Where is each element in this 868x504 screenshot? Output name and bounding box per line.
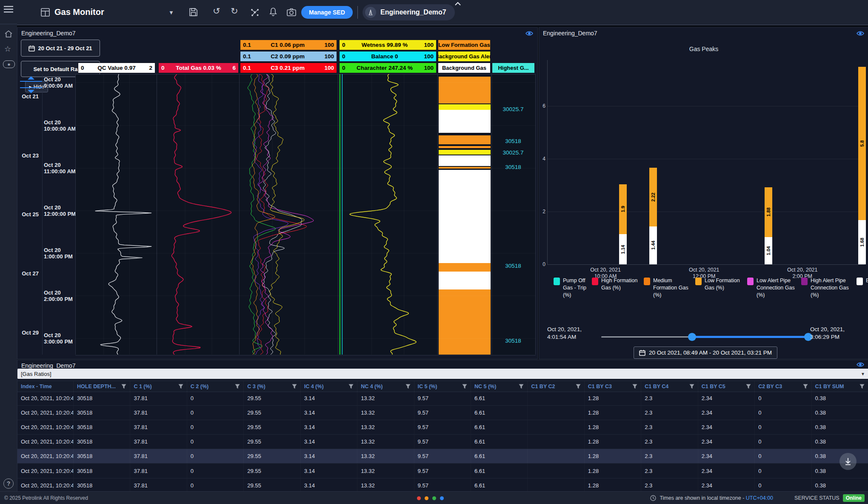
chart-panel-link-eye-icon[interactable] (857, 31, 864, 36)
select-chevron-icon: ▼ (861, 372, 865, 376)
gas-peaks-plot[interactable] (547, 60, 865, 265)
column-header[interactable]: C 1 (%) (130, 381, 187, 392)
column-header[interactable]: C2 BY C3 (755, 381, 811, 392)
filter-funnel-icon[interactable] (746, 384, 751, 389)
legend-item[interactable]: Low Formation Gas (%) (695, 277, 742, 292)
table-row[interactable]: Oct 20, 2021, 10:20:43051837.81029.553.1… (17, 420, 868, 435)
service-status-badge: Online (843, 494, 865, 502)
table-cell: 0 (755, 420, 811, 434)
column-header[interactable]: C 2 (%) (187, 381, 244, 392)
manage-sed-button[interactable]: Manage SED (301, 6, 353, 19)
column-header[interactable]: C1 BY C5 (698, 381, 755, 392)
table-row[interactable]: Oct 20, 2021, 10:20:43051837.81029.553.1… (17, 478, 868, 493)
legend-label: High Formation Gas (%) (601, 277, 639, 292)
column-header[interactable]: C1 BY SUM (812, 381, 868, 392)
column-header[interactable]: NC 5 (%) (471, 381, 528, 392)
table-row[interactable]: Oct 20, 2021, 10:20:43051837.81029.553.1… (17, 449, 868, 464)
table-cell: 30518 (74, 478, 130, 493)
dataset-select[interactable]: [Gas Ratios] ▼ (17, 369, 868, 379)
time-tick: Oct 203:00:00 PM (44, 332, 76, 345)
column-header-background-gas[interactable]: Background Gas (438, 63, 491, 73)
range-down-arrow-icon[interactable] (28, 90, 34, 93)
legend-item[interactable]: Pump Off Gas - Trip (%) (554, 277, 588, 299)
filter-funnel-icon[interactable] (519, 384, 524, 389)
home-icon[interactable] (4, 30, 13, 38)
undo-icon[interactable]: ↺ (213, 6, 220, 16)
dashboard-dropdown-caret[interactable]: ▼ (168, 9, 174, 16)
column-header[interactable]: Index - Time (17, 381, 74, 392)
column-header[interactable]: IC 5 (%) (414, 381, 471, 392)
track-header-c2[interactable]: 0.1C2 0.09 ppm100 (240, 51, 337, 62)
status-dot[interactable] (432, 496, 436, 500)
table-panel-link-eye-icon[interactable] (857, 362, 864, 367)
filter-funnel-icon[interactable] (632, 384, 637, 389)
table-cell: 0 (187, 406, 244, 420)
slider-selected-range[interactable] (692, 336, 808, 338)
log-curves (75, 74, 536, 355)
column-header[interactable]: C1 BY C2 (528, 381, 584, 392)
table-row[interactable]: Oct 20, 2021, 10:20:43051837.81029.553.1… (17, 435, 868, 449)
column-header[interactable]: HOLE DEPTH... (74, 381, 130, 392)
status-dot[interactable] (440, 496, 444, 500)
filter-funnel-icon[interactable] (859, 384, 865, 389)
table-cell: 13.32 (357, 464, 414, 478)
table-cell: 0 (187, 478, 244, 493)
workspace-tab[interactable]: Engineering_Demo7 (363, 4, 455, 20)
column-header[interactable]: NC 4 (%) (357, 381, 414, 392)
status-dot[interactable] (425, 496, 428, 500)
filter-funnel-icon[interactable] (576, 384, 581, 389)
collapse-tab-chevron-icon[interactable] (454, 2, 461, 6)
table-cell: 30518 (74, 406, 130, 420)
filter-funnel-icon[interactable] (405, 384, 411, 389)
legend-item[interactable]: Low Alert Pipe Connection Gas (%) (747, 277, 797, 299)
track-header-total-gas[interactable]: 0Total Gas 0.03 %6 (158, 63, 239, 73)
filter-funnel-icon[interactable] (462, 384, 467, 389)
filter-funnel-icon[interactable] (235, 384, 240, 389)
legend-item[interactable]: High Formation Gas (%) (592, 277, 639, 292)
column-header-low-formation-gas[interactable]: Low Formation Gas (438, 40, 491, 50)
scroll-down-button[interactable] (839, 453, 857, 470)
legend-item[interactable]: High Alert Pipe Connection Gas (%) (801, 277, 852, 299)
table-row[interactable]: Oct 20, 2021, 10:20:43051837.81029.553.1… (17, 406, 868, 420)
column-header[interactable]: C1 BY C4 (641, 381, 698, 392)
filter-funnel-icon[interactable] (178, 384, 183, 389)
filter-funnel-icon[interactable] (689, 384, 694, 389)
track-header-wetness[interactable]: 0Wetness 99.89 %100 (339, 40, 437, 50)
legend-item[interactable]: Medium Formation Gas (%) (644, 277, 691, 299)
save-icon[interactable] (189, 8, 198, 17)
column-header-highest-gas[interactable]: Highest G... (492, 63, 535, 73)
filter-funnel-icon[interactable] (121, 384, 126, 389)
table-row[interactable]: Oct 20, 2021, 10:20:43051837.81029.553.1… (17, 464, 868, 478)
table-cell: 0.38 (812, 478, 868, 493)
track-header-c1[interactable]: 0.1C1 0.06 ppm100 (240, 40, 337, 50)
date-range-button[interactable]: 20 Oct 21 - 29 Oct 21 (21, 40, 100, 57)
column-header[interactable]: C 3 (%) (244, 381, 300, 392)
saved-badge-icon[interactable]: ★ (3, 60, 15, 68)
track-header-balance[interactable]: 0Balance 0100 (339, 51, 437, 62)
column-header[interactable]: IC 4 (%) (301, 381, 357, 392)
favorites-star-icon[interactable]: ☆ (4, 44, 11, 54)
slider-track[interactable] (601, 336, 692, 338)
track-header-qc-value[interactable]: 0QC Value 0.972 (78, 63, 155, 73)
column-header-background-gas-alert[interactable]: Background Gas Alert (438, 51, 491, 62)
screenshot-camera-icon[interactable] (287, 8, 296, 16)
hamburger-menu-icon[interactable] (4, 6, 13, 13)
track-header-c3[interactable]: 0.1C3 0.21 ppm100 (240, 63, 337, 73)
filter-funnel-icon[interactable] (292, 384, 297, 389)
table-cell: 30518 (74, 435, 130, 449)
column-header[interactable]: C1 BY C3 (585, 381, 641, 392)
track-header-charachter[interactable]: 0Charachter 247.24 %100 (339, 63, 437, 73)
filter-funnel-icon[interactable] (803, 384, 808, 389)
range-up-arrow-icon[interactable] (28, 76, 34, 80)
redo-icon[interactable]: ↻ (231, 6, 238, 16)
slider-handle-start[interactable] (688, 333, 696, 341)
table-row[interactable]: Oct 20, 2021, 10:20:43051837.81029.553.1… (17, 391, 868, 406)
selected-range-chip[interactable]: 20 Oct 2021, 08:49 AM - 20 Oct 2021, 03:… (634, 346, 777, 359)
status-dot[interactable] (417, 496, 421, 500)
integrations-icon[interactable] (250, 8, 260, 17)
filter-funnel-icon[interactable] (348, 384, 354, 389)
log-panel-link-eye-icon[interactable] (525, 31, 533, 36)
notifications-bell-icon[interactable] (269, 7, 277, 17)
legend-item[interactable]: B (857, 277, 868, 285)
help-icon[interactable]: ? (3, 478, 14, 489)
